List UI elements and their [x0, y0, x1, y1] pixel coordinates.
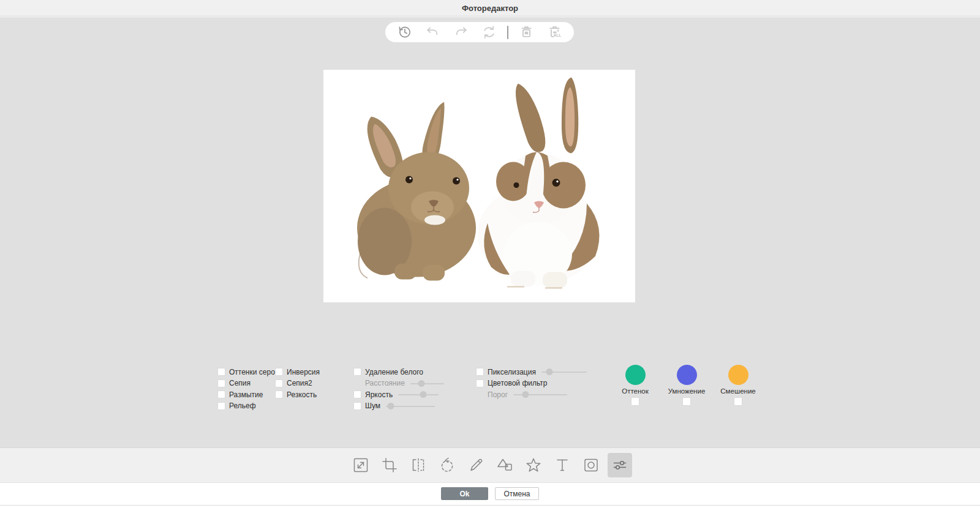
grayscale-checkbox[interactable]	[217, 368, 225, 376]
blur-label: Размытие	[229, 390, 263, 399]
threshold-slider-handle[interactable]	[522, 391, 529, 398]
mask-tool-button[interactable]	[579, 453, 603, 477]
filter-remove-white[interactable]: Удаление белого	[353, 368, 444, 376]
brightness-label: Яркость	[365, 390, 393, 399]
pixelate-slider-handle[interactable]	[546, 368, 553, 375]
color-filter-checkbox[interactable]	[476, 379, 484, 387]
delete-all-button[interactable]: ALL	[545, 22, 565, 42]
filter-sepia2[interactable]: Сепия2	[275, 379, 320, 387]
sharpen-label: Резкость	[287, 390, 317, 399]
shape-tool-button[interactable]	[492, 453, 517, 477]
blend-multiply: Умножение	[668, 365, 706, 406]
mask-icon	[582, 457, 600, 474]
redo-button[interactable]	[451, 22, 472, 42]
grayscale-label: Оттенки серого	[229, 368, 282, 376]
undo-button[interactable]	[422, 22, 443, 42]
app-title: Фоторедактор	[462, 4, 518, 13]
noise-slider-handle[interactable]	[388, 403, 394, 409]
multiply-checkbox[interactable]	[682, 397, 691, 406]
filter-invert[interactable]: Инверсия	[275, 368, 320, 376]
redo-icon	[453, 24, 469, 40]
distance-slider-handle[interactable]	[418, 380, 424, 387]
mix-color-swatch[interactable]	[728, 365, 748, 385]
history-button[interactable]	[394, 22, 415, 42]
resize-tool-button[interactable]	[349, 453, 373, 477]
editor-stage: ALL	[0, 17, 980, 447]
threshold-slider[interactable]	[513, 391, 567, 398]
emboss-label: Рельеф	[229, 402, 256, 410]
distance-slider[interactable]	[410, 380, 444, 387]
noise-checkbox[interactable]	[353, 402, 361, 410]
delete-button[interactable]	[516, 22, 537, 42]
emboss-checkbox[interactable]	[217, 402, 225, 410]
noise-label: Шум	[365, 402, 380, 410]
edited-photo[interactable]	[323, 70, 635, 302]
tint-label: Оттенок	[622, 387, 649, 395]
filter-tool-button[interactable]	[608, 453, 632, 477]
filter-group-basic-2: Инверсия Сепия2 Резкость	[275, 368, 320, 402]
pixelate-slider[interactable]	[541, 368, 587, 375]
filter-sharpen[interactable]: Резкость	[275, 390, 320, 398]
flip-tool-button[interactable]	[406, 453, 431, 477]
filter-sepia[interactable]: Сепия	[217, 379, 282, 387]
mix-label: Смешение	[720, 387, 755, 395]
draw-tool-button[interactable]	[464, 453, 488, 477]
threshold-slider-track[interactable]	[513, 394, 567, 395]
invert-label: Инверсия	[287, 368, 320, 376]
filter-blur[interactable]: Размытие	[217, 390, 282, 398]
brightness-checkbox[interactable]	[353, 390, 361, 398]
history-icon	[397, 24, 412, 40]
rabbits-image	[323, 70, 635, 302]
ok-button[interactable]: Ok	[441, 487, 488, 500]
trash-icon	[519, 24, 534, 40]
icon-tool-button[interactable]	[521, 453, 546, 477]
invert-checkbox[interactable]	[275, 368, 283, 376]
star-icon	[525, 457, 542, 474]
history-toolbar: ALL	[385, 22, 574, 42]
sharpen-checkbox[interactable]	[275, 390, 283, 398]
tools-toolbar	[0, 447, 980, 482]
filter-pixelate[interactable]: Пикселизация	[476, 368, 587, 376]
distance-label: Расстояние	[365, 379, 405, 387]
blend-color-group: Оттенок Умножение Смешение	[616, 365, 757, 406]
rotate-icon	[439, 457, 456, 474]
blend-tint: Оттенок	[616, 365, 654, 406]
remove-white-label: Удаление белого	[365, 368, 423, 376]
tint-checkbox[interactable]	[631, 397, 639, 406]
text-tool-button[interactable]	[550, 453, 575, 477]
filter-noise[interactable]: Шум	[353, 402, 444, 410]
sepia-checkbox[interactable]	[217, 379, 225, 387]
brightness-slider-handle[interactable]	[420, 391, 427, 398]
cancel-button[interactable]: Отмена	[495, 487, 539, 500]
remove-white-checkbox[interactable]	[353, 368, 361, 376]
sepia2-checkbox[interactable]	[275, 379, 283, 387]
noise-slider[interactable]	[386, 403, 435, 409]
multiply-color-swatch[interactable]	[677, 365, 697, 385]
blend-mix: Смешение	[719, 365, 757, 406]
blur-checkbox[interactable]	[217, 390, 225, 398]
pixelate-checkbox[interactable]	[476, 368, 484, 376]
brightness-slider-track[interactable]	[398, 394, 439, 395]
toolbar-divider	[507, 26, 508, 39]
threshold-row: Порог	[476, 390, 587, 398]
filter-color[interactable]: Цветовой фильтр	[476, 379, 587, 387]
filter-emboss[interactable]: Рельеф	[217, 402, 282, 410]
crop-tool-button[interactable]	[377, 453, 402, 477]
filter-brightness[interactable]: Яркость	[353, 390, 444, 398]
pixelate-label: Пикселизация	[488, 368, 536, 376]
sepia-label: Сепия	[229, 379, 251, 387]
distance-slider-track[interactable]	[410, 383, 444, 384]
color-filter-label: Цветовой фильтр	[488, 379, 547, 387]
reset-button[interactable]	[479, 22, 500, 42]
filter-sliders-icon	[611, 457, 628, 474]
crop-icon	[381, 457, 398, 474]
filter-grayscale[interactable]: Оттенки серого	[217, 368, 282, 376]
trash-all-label: ALL	[554, 33, 562, 37]
tint-color-swatch[interactable]	[625, 365, 646, 385]
trash-all-icon: ALL	[547, 24, 562, 40]
mix-checkbox[interactable]	[734, 397, 742, 406]
rotate-tool-button[interactable]	[435, 453, 459, 477]
reset-icon	[481, 24, 497, 40]
distance-row: Расстояние	[353, 379, 444, 387]
brightness-slider[interactable]	[398, 391, 439, 398]
